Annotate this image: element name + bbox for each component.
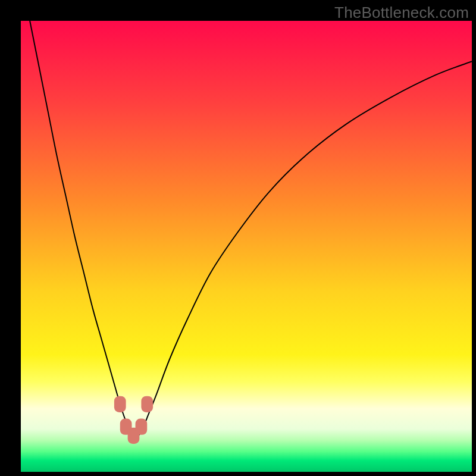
curve-marker — [136, 419, 148, 435]
curve-marker — [114, 396, 126, 412]
curve-marker — [141, 396, 153, 412]
curve-layer — [21, 21, 472, 472]
plot-area — [21, 21, 472, 472]
marker-group — [114, 396, 153, 444]
watermark-text: TheBottleneck.com — [334, 4, 469, 22]
chart-frame: TheBottleneck.com — [0, 0, 476, 476]
bottleneck-curve — [30, 21, 472, 437]
